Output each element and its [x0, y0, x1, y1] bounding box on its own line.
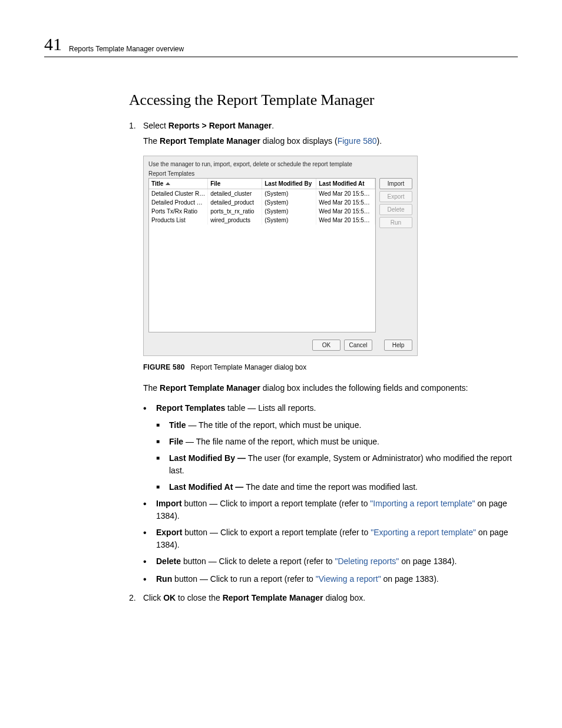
- dialog-group-label: Report Templates: [148, 170, 412, 177]
- bullet-export: Export button — Click to export a report…: [143, 526, 518, 551]
- bullet-square-icon: [156, 452, 169, 477]
- title-text: — The title of the report, which must be…: [186, 420, 362, 430]
- import-text: button — Click to import a report templa…: [182, 499, 371, 508]
- rt-text: table — Lists all reports.: [225, 403, 316, 413]
- col-title-label: Title: [151, 180, 163, 187]
- bullet-run: Run button — Click to run a report (refe…: [143, 573, 518, 586]
- components-intro: The Report Template Manager dialog box i…: [143, 382, 518, 394]
- file-text: — The file name of the report, which mus…: [183, 437, 379, 446]
- cell-modby: (System): [262, 216, 316, 225]
- header-title: Reports Template Manager overview: [69, 45, 184, 53]
- delete-link[interactable]: "Deleting reports": [335, 556, 399, 566]
- table-row[interactable]: Detailed Product Report detailed_product…: [149, 198, 375, 207]
- bullet-last-modified-at: Last Modified At — The date and time the…: [156, 481, 518, 493]
- export-link[interactable]: "Exporting a report template": [371, 528, 476, 537]
- bullet-square-icon: [156, 481, 169, 493]
- col-modified-by[interactable]: Last Modified By: [262, 179, 316, 189]
- intro-a: The: [143, 383, 160, 393]
- delete-button[interactable]: Delete: [379, 204, 412, 215]
- cell-file: detailed_cluster: [208, 189, 262, 198]
- report-template-manager-dialog: Use the manager to run, import, export, …: [143, 156, 418, 356]
- figure-caption: FIGURE 580 Report Template Manager dialo…: [143, 363, 518, 371]
- bullet-import: Import button — Click to import a report…: [143, 498, 518, 522]
- page-number: 41: [44, 35, 62, 53]
- lma-label: Last Modified At —: [169, 482, 246, 492]
- export-button[interactable]: Export: [379, 191, 412, 202]
- step-2: 2. Click OK to close the Report Template…: [129, 592, 518, 604]
- intro-name: Report Template Manager: [160, 383, 260, 393]
- file-label: File: [169, 437, 183, 446]
- table-row[interactable]: Products List wired_products (System) We…: [149, 216, 375, 225]
- bullet-icon: [143, 573, 156, 586]
- cell-modat: Wed Mar 20 15:59:26 M...: [316, 207, 375, 216]
- step-2-c: to close the: [176, 593, 222, 602]
- ok-button[interactable]: OK: [312, 340, 340, 351]
- bullet-icon: [143, 526, 156, 551]
- step-1-result: The Report Template Manager dialog box d…: [143, 135, 518, 147]
- figure-link[interactable]: Figure 580: [338, 136, 377, 146]
- bullet-icon: [143, 402, 156, 415]
- run-button[interactable]: Run: [379, 217, 412, 228]
- import-label: Import: [156, 499, 182, 508]
- step-2-name: Report Template Manager: [223, 593, 323, 602]
- section-heading: Accessing the Report Template Manager: [129, 91, 518, 109]
- run-label: Run: [156, 574, 172, 584]
- step-1-text-a: Select: [143, 121, 168, 130]
- figure-caption-label: FIGURE 580: [143, 363, 185, 371]
- figure-caption-text: Report Template Manager dialog box: [191, 363, 307, 371]
- cell-file: ports_tx_rx_ratio: [208, 207, 262, 216]
- sort-asc-icon: [166, 182, 170, 185]
- cell-modat: Wed Mar 20 15:59:26 M...: [316, 216, 375, 225]
- import-button[interactable]: Import: [379, 178, 412, 189]
- table-row[interactable]: Detailed Cluster Report detailed_cluster…: [149, 189, 375, 198]
- rt-label: Report Templates: [156, 403, 225, 413]
- run-text: button — Click to run a report (refer to: [172, 574, 316, 584]
- col-modified-at[interactable]: Last Modified At: [316, 179, 375, 189]
- step-1-result-a: The: [143, 136, 160, 146]
- run-link[interactable]: "Viewing a report": [316, 574, 381, 584]
- delete-suffix: on page 1384).: [399, 556, 457, 566]
- step-1-number: 1.: [129, 120, 143, 131]
- import-link[interactable]: "Importing a report template": [370, 499, 475, 508]
- cell-modat: Wed Mar 20 15:59:26 M...: [316, 198, 375, 207]
- cell-modby: (System): [262, 207, 316, 216]
- cell-title: Ports Tx/Rx Ratio: [149, 207, 208, 216]
- cancel-button[interactable]: Cancel: [344, 340, 372, 351]
- step-1-result-c: dialog box displays (: [260, 136, 338, 146]
- bullet-square-icon: [156, 419, 169, 431]
- step-1-text-c: .: [272, 121, 274, 130]
- step-2-number: 2.: [129, 592, 143, 604]
- cell-modby: (System): [262, 198, 316, 207]
- cell-file: wired_products: [208, 216, 262, 225]
- cell-title: Detailed Cluster Report: [149, 189, 208, 198]
- help-button[interactable]: Help: [384, 340, 412, 351]
- export-label: Export: [156, 528, 182, 537]
- report-templates-table: Title File Last Modified By Last Modifie…: [148, 178, 376, 332]
- cell-file: detailed_product: [208, 198, 262, 207]
- step-2-a: Click: [143, 593, 163, 602]
- cell-modby: (System): [262, 189, 316, 198]
- col-title[interactable]: Title: [149, 179, 208, 189]
- bullet-square-icon: [156, 436, 169, 448]
- step-2-ok: OK: [163, 593, 176, 602]
- cell-title: Products List: [149, 216, 208, 225]
- lma-text: The date and time the report was modifie…: [246, 482, 418, 492]
- bullet-title: Title — The title of the report, which m…: [156, 419, 518, 431]
- intro-c: dialog box includes the following fields…: [260, 383, 468, 393]
- export-text: button — Click to export a report templa…: [182, 528, 371, 537]
- bullet-icon: [143, 555, 156, 568]
- bullet-report-templates: Report Templates table — Lists all repor…: [143, 402, 518, 415]
- bullet-file: File — The file name of the report, whic…: [156, 436, 518, 448]
- table-row[interactable]: Ports Tx/Rx Ratio ports_tx_rx_ratio (Sys…: [149, 207, 375, 216]
- step-1-result-d: ).: [377, 136, 382, 146]
- col-file[interactable]: File: [208, 179, 262, 189]
- title-label: Title: [169, 420, 186, 430]
- step-1: 1. Select Reports > Report Manager.: [129, 120, 518, 131]
- lmb-label: Last Modified By —: [169, 453, 248, 463]
- page-header: 41 Reports Template Manager overview: [44, 35, 518, 57]
- cell-modat: Wed Mar 20 15:59:26 M...: [316, 189, 375, 198]
- cell-title: Detailed Product Report: [149, 198, 208, 207]
- step-1-menu-path: Reports > Report Manager: [168, 121, 272, 130]
- step-2-e: dialog box.: [323, 593, 366, 602]
- dialog-instruction: Use the manager to run, import, export, …: [148, 161, 412, 167]
